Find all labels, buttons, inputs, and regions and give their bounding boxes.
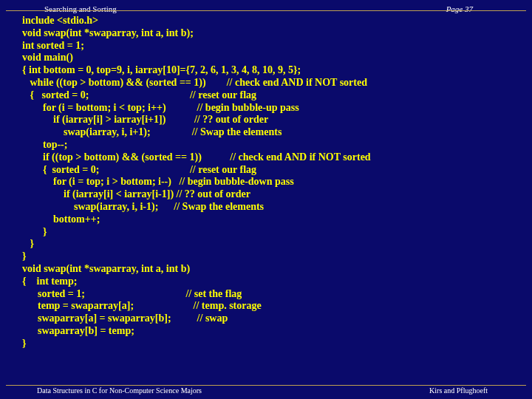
header-divider <box>6 10 526 11</box>
header-title: Searching and Sorting <box>44 4 117 13</box>
footer-right: Kirs and Pflughoeft <box>429 386 488 395</box>
slide: Searching and Sorting Page 37 include <s… <box>0 0 532 399</box>
footer-divider <box>6 385 526 386</box>
header-page: Page 37 <box>446 4 473 13</box>
code-block: include <stdio.h> void swap(int *swaparr… <box>22 15 517 350</box>
footer-left: Data Structures in C for Non-Computer Sc… <box>37 386 202 395</box>
